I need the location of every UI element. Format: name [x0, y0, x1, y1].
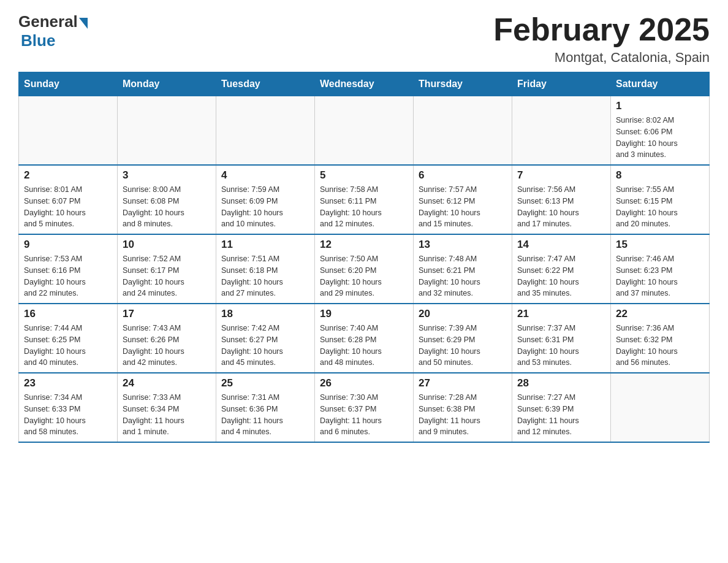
day-info: Sunrise: 7:52 AM Sunset: 6:17 PM Dayligh…: [123, 253, 211, 299]
calendar-cell: 20Sunrise: 7:39 AM Sunset: 6:29 PM Dayli…: [414, 304, 512, 373]
calendar-cell: 6Sunrise: 7:57 AM Sunset: 6:12 PM Daylig…: [414, 165, 512, 234]
day-info: Sunrise: 7:59 AM Sunset: 6:09 PM Dayligh…: [221, 184, 309, 230]
day-number: 14: [517, 239, 605, 251]
calendar-cell: 18Sunrise: 7:42 AM Sunset: 6:27 PM Dayli…: [216, 304, 315, 373]
day-number: 3: [123, 169, 211, 182]
calendar-cell: [216, 96, 315, 166]
calendar-cell: 8Sunrise: 7:55 AM Sunset: 6:15 PM Daylig…: [611, 165, 710, 234]
day-info: Sunrise: 8:00 AM Sunset: 6:08 PM Dayligh…: [123, 184, 211, 230]
day-number: 12: [320, 239, 408, 251]
calendar-cell: 19Sunrise: 7:40 AM Sunset: 6:28 PM Dayli…: [315, 304, 414, 373]
day-number: 6: [419, 169, 507, 182]
day-number: 22: [616, 308, 704, 320]
calendar-cell: 10Sunrise: 7:52 AM Sunset: 6:17 PM Dayli…: [118, 234, 216, 304]
day-info: Sunrise: 7:50 AM Sunset: 6:20 PM Dayligh…: [320, 253, 408, 299]
calendar-cell: [414, 96, 512, 166]
calendar-week-5: 23Sunrise: 7:34 AM Sunset: 6:33 PM Dayli…: [19, 373, 710, 442]
day-info: Sunrise: 7:33 AM Sunset: 6:34 PM Dayligh…: [123, 392, 211, 438]
day-info: Sunrise: 7:57 AM Sunset: 6:12 PM Dayligh…: [419, 184, 507, 230]
header-day-monday: Monday: [118, 72, 216, 96]
logo-blue-text: Blue: [21, 31, 55, 50]
day-number: 2: [24, 169, 112, 182]
calendar-table: SundayMondayTuesdayWednesdayThursdayFrid…: [18, 72, 710, 443]
calendar-cell: 2Sunrise: 8:01 AM Sunset: 6:07 PM Daylig…: [19, 165, 118, 234]
calendar-body: 1Sunrise: 8:02 AM Sunset: 6:06 PM Daylig…: [19, 96, 710, 443]
calendar-cell: 14Sunrise: 7:47 AM Sunset: 6:22 PM Dayli…: [512, 234, 611, 304]
calendar-title: February 2025: [493, 12, 710, 47]
day-info: Sunrise: 7:56 AM Sunset: 6:13 PM Dayligh…: [517, 184, 605, 230]
calendar-cell: 27Sunrise: 7:28 AM Sunset: 6:38 PM Dayli…: [414, 373, 512, 442]
calendar-cell: 3Sunrise: 8:00 AM Sunset: 6:08 PM Daylig…: [118, 165, 216, 234]
header-day-saturday: Saturday: [611, 72, 710, 96]
calendar-week-1: 1Sunrise: 8:02 AM Sunset: 6:06 PM Daylig…: [19, 96, 710, 166]
day-info: Sunrise: 7:36 AM Sunset: 6:32 PM Dayligh…: [616, 323, 704, 369]
day-number: 16: [24, 308, 112, 320]
day-info: Sunrise: 7:34 AM Sunset: 6:33 PM Dayligh…: [24, 392, 112, 438]
day-info: Sunrise: 7:58 AM Sunset: 6:11 PM Dayligh…: [320, 184, 408, 230]
day-info: Sunrise: 7:51 AM Sunset: 6:18 PM Dayligh…: [221, 253, 309, 299]
header-day-wednesday: Wednesday: [315, 72, 414, 96]
day-number: 5: [320, 169, 408, 182]
calendar-cell: 23Sunrise: 7:34 AM Sunset: 6:33 PM Dayli…: [19, 373, 118, 442]
day-info: Sunrise: 7:43 AM Sunset: 6:26 PM Dayligh…: [123, 323, 211, 369]
calendar-header: SundayMondayTuesdayWednesdayThursdayFrid…: [19, 72, 710, 96]
calendar-cell: 13Sunrise: 7:48 AM Sunset: 6:21 PM Dayli…: [414, 234, 512, 304]
calendar-cell: [611, 373, 710, 442]
day-info: Sunrise: 7:47 AM Sunset: 6:22 PM Dayligh…: [517, 253, 605, 299]
day-number: 25: [221, 377, 309, 389]
calendar-cell: 5Sunrise: 7:58 AM Sunset: 6:11 PM Daylig…: [315, 165, 414, 234]
calendar-cell: 11Sunrise: 7:51 AM Sunset: 6:18 PM Dayli…: [216, 234, 315, 304]
day-number: 19: [320, 308, 408, 320]
calendar-cell: 21Sunrise: 7:37 AM Sunset: 6:31 PM Dayli…: [512, 304, 611, 373]
day-number: 8: [616, 169, 704, 182]
calendar-week-2: 2Sunrise: 8:01 AM Sunset: 6:07 PM Daylig…: [19, 165, 710, 234]
day-number: 10: [123, 239, 211, 251]
day-info: Sunrise: 7:53 AM Sunset: 6:16 PM Dayligh…: [24, 253, 112, 299]
header-day-tuesday: Tuesday: [216, 72, 315, 96]
day-number: 20: [419, 308, 507, 320]
day-number: 4: [221, 169, 309, 182]
calendar-cell: [118, 96, 216, 166]
day-number: 27: [419, 377, 507, 389]
calendar-cell: 9Sunrise: 7:53 AM Sunset: 6:16 PM Daylig…: [19, 234, 118, 304]
calendar-week-4: 16Sunrise: 7:44 AM Sunset: 6:25 PM Dayli…: [19, 304, 710, 373]
header-day-friday: Friday: [512, 72, 611, 96]
header-day-thursday: Thursday: [414, 72, 512, 96]
calendar-cell: 24Sunrise: 7:33 AM Sunset: 6:34 PM Dayli…: [118, 373, 216, 442]
calendar-cell: 7Sunrise: 7:56 AM Sunset: 6:13 PM Daylig…: [512, 165, 611, 234]
day-number: 26: [320, 377, 408, 389]
day-info: Sunrise: 7:40 AM Sunset: 6:28 PM Dayligh…: [320, 323, 408, 369]
calendar-cell: [315, 96, 414, 166]
day-number: 18: [221, 308, 309, 320]
day-number: 13: [419, 239, 507, 251]
day-info: Sunrise: 7:31 AM Sunset: 6:36 PM Dayligh…: [221, 392, 309, 438]
calendar-cell: 16Sunrise: 7:44 AM Sunset: 6:25 PM Dayli…: [19, 304, 118, 373]
day-number: 1: [616, 100, 704, 112]
day-number: 15: [616, 239, 704, 251]
day-info: Sunrise: 7:48 AM Sunset: 6:21 PM Dayligh…: [419, 253, 507, 299]
calendar-cell: [512, 96, 611, 166]
logo-arrow-icon: [79, 18, 88, 29]
day-info: Sunrise: 7:55 AM Sunset: 6:15 PM Dayligh…: [616, 184, 704, 230]
calendar-cell: 12Sunrise: 7:50 AM Sunset: 6:20 PM Dayli…: [315, 234, 414, 304]
day-number: 23: [24, 377, 112, 389]
calendar-cell: 1Sunrise: 8:02 AM Sunset: 6:06 PM Daylig…: [611, 96, 710, 166]
day-info: Sunrise: 7:30 AM Sunset: 6:37 PM Dayligh…: [320, 392, 408, 438]
day-info: Sunrise: 7:44 AM Sunset: 6:25 PM Dayligh…: [24, 323, 112, 369]
day-number: 17: [123, 308, 211, 320]
day-number: 21: [517, 308, 605, 320]
calendar-cell: 15Sunrise: 7:46 AM Sunset: 6:23 PM Dayli…: [611, 234, 710, 304]
calendar-cell: 26Sunrise: 7:30 AM Sunset: 6:37 PM Dayli…: [315, 373, 414, 442]
calendar-cell: 4Sunrise: 7:59 AM Sunset: 6:09 PM Daylig…: [216, 165, 315, 234]
calendar-cell: [19, 96, 118, 166]
calendar-week-3: 9Sunrise: 7:53 AM Sunset: 6:16 PM Daylig…: [19, 234, 710, 304]
calendar-cell: 17Sunrise: 7:43 AM Sunset: 6:26 PM Dayli…: [118, 304, 216, 373]
day-number: 7: [517, 169, 605, 182]
day-info: Sunrise: 7:39 AM Sunset: 6:29 PM Dayligh…: [419, 323, 507, 369]
page-header: General Blue February 2025 Montgat, Cata…: [18, 12, 710, 66]
day-info: Sunrise: 7:46 AM Sunset: 6:23 PM Dayligh…: [616, 253, 704, 299]
day-info: Sunrise: 7:42 AM Sunset: 6:27 PM Dayligh…: [221, 323, 309, 369]
day-info: Sunrise: 7:27 AM Sunset: 6:39 PM Dayligh…: [517, 392, 605, 438]
calendar-cell: 25Sunrise: 7:31 AM Sunset: 6:36 PM Dayli…: [216, 373, 315, 442]
day-info: Sunrise: 8:02 AM Sunset: 6:06 PM Dayligh…: [616, 115, 704, 161]
